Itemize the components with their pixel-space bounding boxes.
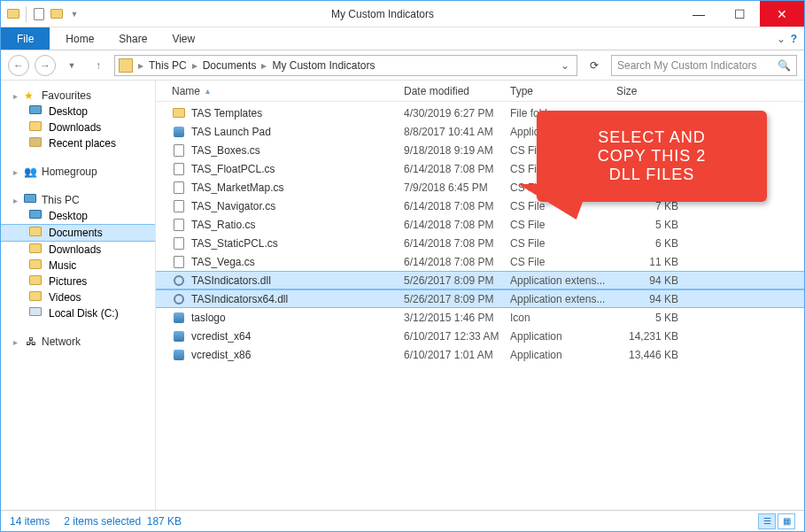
- qat-newfolder-icon[interactable]: [50, 7, 64, 21]
- pc-icon: [24, 194, 36, 203]
- title-bar: ▼ My Custom Indicators — ☐ ✕: [1, 1, 804, 27]
- file-list-pane: Name▴ Date modified Type Size TAS Templa…: [156, 81, 804, 510]
- nav-favourites[interactable]: ▸ ★ Favourites: [1, 88, 155, 104]
- file-icon: [172, 255, 186, 269]
- file-size: 94 KB: [616, 293, 687, 305]
- file-date: 5/26/2017 8:09 PM: [404, 274, 510, 287]
- nav-network[interactable]: ▸ 🖧 Network: [1, 334, 155, 350]
- up-button[interactable]: ↑: [88, 55, 109, 76]
- file-icon: [172, 348, 186, 362]
- search-input[interactable]: Search My Custom Indicators 🔍: [611, 55, 797, 76]
- file-tab[interactable]: File: [1, 27, 50, 50]
- file-date: 8/8/2017 10:41 AM: [404, 126, 510, 138]
- chevron-down-icon: ▸: [13, 196, 24, 205]
- file-size: 13,446 KB: [616, 349, 687, 361]
- file-row[interactable]: TAS_Vega.cs6/14/2018 7:08 PMCS File11 KB: [156, 252, 804, 271]
- file-type: Application: [510, 349, 616, 361]
- file-date: 6/14/2018 7:08 PM: [404, 219, 510, 231]
- nav-label: Network: [42, 335, 81, 348]
- breadcrumb-item[interactable]: This PC: [145, 59, 190, 72]
- window-title: My Custom Indicators: [87, 8, 678, 20]
- qat-properties-icon[interactable]: [32, 7, 46, 21]
- nav-item-documents[interactable]: Documents: [1, 224, 155, 242]
- icons-view-button[interactable]: ▦: [778, 513, 795, 529]
- nav-item-downloads[interactable]: Downloads: [1, 120, 155, 135]
- details-view-button[interactable]: ☰: [758, 513, 776, 529]
- file-icon: [172, 236, 186, 251]
- column-headers: Name▴ Date modified Type Size: [156, 81, 804, 102]
- forward-button[interactable]: →: [35, 55, 56, 76]
- file-date: 6/14/2018 7:08 PM: [404, 163, 510, 175]
- file-icon: [172, 329, 186, 343]
- tab-view[interactable]: View: [159, 29, 207, 49]
- nav-item-desktop[interactable]: Desktop: [1, 104, 155, 120]
- maximize-button[interactable]: ☐: [719, 1, 760, 27]
- file-row[interactable]: taslogo3/12/2015 1:46 PMIcon5 KB: [156, 308, 804, 327]
- file-icon: [172, 218, 186, 232]
- chevron-right-icon[interactable]: ▸: [259, 59, 268, 72]
- nav-item-videos[interactable]: Videos: [1, 289, 155, 305]
- file-name: TAS Templates: [191, 107, 404, 120]
- column-size[interactable]: Size: [616, 85, 687, 97]
- file-name: TAS_FloatPCL.cs: [191, 163, 404, 175]
- column-name[interactable]: Name▴: [172, 85, 404, 97]
- file-name: TAS_MarketMap.cs: [191, 181, 404, 194]
- breadcrumb-item[interactable]: My Custom Indicators: [268, 59, 378, 72]
- refresh-button[interactable]: ⟳: [583, 55, 606, 76]
- star-icon: ★: [24, 89, 38, 102]
- file-icon: [172, 274, 186, 288]
- nav-homegroup[interactable]: ▸ 👥 Homegroup: [1, 164, 155, 180]
- file-date: 7/9/2018 6:45 PM: [404, 181, 510, 194]
- file-name: TAS Launch Pad: [191, 126, 404, 138]
- file-type: CS File: [510, 237, 616, 250]
- file-type: CS File: [510, 256, 616, 268]
- file-date: 5/26/2017 8:09 PM: [404, 293, 510, 305]
- file-row[interactable]: TAS_StaticPCL.cs6/14/2018 7:08 PMCS File…: [156, 234, 804, 252]
- file-date: 6/14/2018 7:08 PM: [404, 256, 510, 268]
- file-row[interactable]: TASIndicators.dll5/26/2017 8:09 PMApplic…: [156, 271, 804, 289]
- breadcrumb-item[interactable]: Documents: [199, 59, 260, 72]
- nav-thispc[interactable]: ▸ This PC: [1, 192, 155, 208]
- column-date[interactable]: Date modified: [404, 85, 510, 97]
- minimize-button[interactable]: —: [678, 1, 719, 27]
- file-name: TAS_Ratio.cs: [191, 219, 404, 231]
- file-row[interactable]: TAS_Ratio.cs6/14/2018 7:08 PMCS File5 KB: [156, 215, 804, 234]
- file-date: 6/14/2018 7:08 PM: [404, 200, 510, 212]
- file-icon: [172, 292, 186, 306]
- recent-locations-button[interactable]: ▼: [61, 55, 82, 76]
- annotation-callout: SELECT AND COPY THIS 2 DLL FILES: [537, 111, 767, 202]
- file-name: taslogo: [191, 312, 404, 324]
- nav-item-recent[interactable]: Recent places: [1, 135, 155, 151]
- status-selection: 2 items selected 187 KB: [64, 515, 182, 528]
- breadcrumb[interactable]: ▸ This PC ▸ Documents ▸ My Custom Indica…: [114, 55, 577, 76]
- search-placeholder: Search My Custom Indicators: [617, 59, 756, 72]
- file-row[interactable]: vcredist_x646/10/2017 12:33 AMApplicatio…: [156, 327, 804, 345]
- breadcrumb-dropdown-icon[interactable]: ⌄: [557, 59, 573, 72]
- network-icon: 🖧: [24, 335, 38, 348]
- file-size: 11 KB: [616, 256, 687, 268]
- file-row[interactable]: vcredist_x866/10/2017 1:01 AMApplication…: [156, 345, 804, 364]
- file-icon: [172, 106, 186, 120]
- tab-home[interactable]: Home: [53, 29, 106, 49]
- column-type[interactable]: Type: [510, 85, 616, 97]
- search-icon[interactable]: 🔍: [778, 59, 791, 72]
- navigation-pane: ▸ ★ Favourites Desktop Downloads Recent …: [1, 81, 156, 510]
- file-row[interactable]: TASIndicatorsx64.dll5/26/2017 8:09 PMApp…: [156, 289, 804, 308]
- nav-item-desktop[interactable]: Desktop: [1, 208, 155, 224]
- chevron-right-icon[interactable]: ▸: [136, 59, 145, 72]
- chevron-down-icon[interactable]: ⌄: [777, 33, 786, 45]
- file-date: 6/10/2017 12:33 AM: [404, 330, 510, 343]
- nav-item-localdisk[interactable]: Local Disk (C:): [1, 305, 155, 321]
- back-button[interactable]: ←: [8, 55, 29, 76]
- file-type: CS File: [510, 219, 616, 231]
- nav-item-pictures[interactable]: Pictures: [1, 274, 155, 289]
- chevron-down-icon: ▸: [13, 91, 24, 101]
- chevron-right-icon[interactable]: ▸: [190, 59, 199, 72]
- tab-share[interactable]: Share: [106, 29, 159, 49]
- close-button[interactable]: ✕: [760, 1, 804, 27]
- file-date: 6/14/2018 7:08 PM: [404, 237, 510, 250]
- qat-dropdown-icon[interactable]: ▼: [67, 7, 81, 21]
- nav-item-downloads[interactable]: Downloads: [1, 242, 155, 258]
- help-icon[interactable]: ?: [791, 33, 797, 45]
- nav-item-music[interactable]: Music: [1, 258, 155, 274]
